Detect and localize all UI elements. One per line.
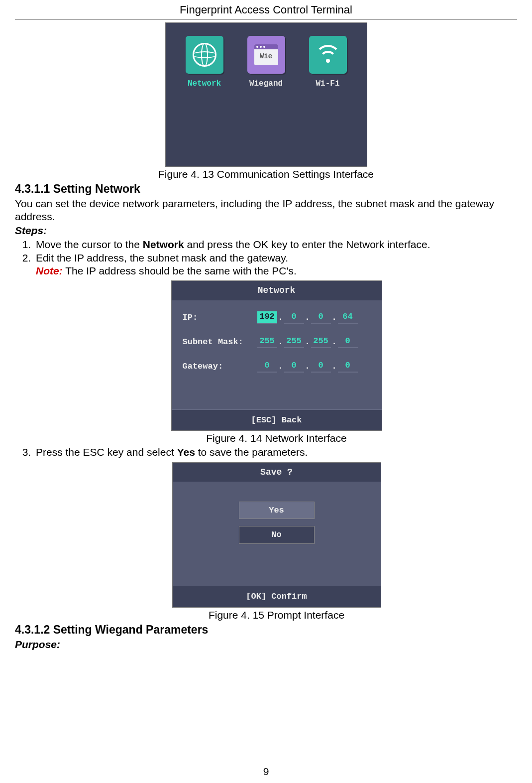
menu-label-network: Network [188, 79, 221, 89]
figure-caption-15: Figure 4. 15 Prompt Interface [36, 609, 517, 622]
menu-item-wiegand[interactable]: Wie Wiegand [243, 36, 290, 89]
steps-list: Move the cursor to the Network and press… [34, 238, 517, 622]
row-ip: IP: 192. 0. 0. 64 [183, 311, 371, 324]
mask-octet-3[interactable]: 255 [311, 336, 331, 348]
save-title: Save ? [173, 463, 381, 482]
wifi-icon [309, 36, 347, 74]
yes-button[interactable]: Yes [239, 502, 315, 519]
step-2: Edit the IP address, the subnet mask and… [34, 252, 517, 445]
intro-text: You can set the device network parameter… [15, 197, 517, 224]
ok-confirm[interactable]: [OK] Confirm [173, 586, 381, 607]
ip-octet-3[interactable]: 0 [311, 311, 331, 324]
gw-octet-4[interactable]: 0 [338, 360, 358, 373]
figure-comm-settings: Network Wie Wiegand Wi-Fi [165, 22, 367, 167]
steps-label: Steps: [15, 224, 517, 237]
gw-octet-3[interactable]: 0 [311, 360, 331, 373]
esc-back[interactable]: [ESC] Back [172, 409, 382, 430]
mask-octet-4[interactable]: 0 [338, 336, 358, 348]
menu-label-wiegand: Wiegand [249, 79, 283, 89]
note-label: Note: [36, 265, 63, 276]
menu-item-network[interactable]: Network [181, 36, 228, 89]
gw-octet-2[interactable]: 0 [284, 360, 304, 373]
heading-wiegand: 4.3.1.2 Setting Wiegand Parameters [15, 623, 517, 637]
gw-octet-1[interactable]: 0 [257, 360, 277, 373]
menu-item-wifi[interactable]: Wi-Fi [305, 36, 351, 89]
globe-icon [186, 36, 223, 74]
mask-octet-1[interactable]: 255 [257, 336, 277, 348]
wiegand-icon: Wie [247, 36, 285, 74]
purpose-label: Purpose: [15, 638, 517, 651]
step-3: Press the ESC key and select Yes to save… [34, 446, 517, 622]
network-title: Network [172, 281, 382, 300]
page-number: 9 [0, 765, 532, 778]
step-1: Move the cursor to the Network and press… [34, 238, 517, 251]
row-gateway: Gateway: 0. 0. 0. 0 [183, 360, 371, 373]
ip-octet-1[interactable]: 192 [257, 311, 277, 324]
mask-octet-2[interactable]: 255 [284, 336, 304, 348]
figure-caption-14: Figure 4. 14 Network Interface [36, 432, 517, 445]
page-header: Fingerprint Access Control Terminal [15, 0, 517, 19]
ip-octet-4[interactable]: 64 [338, 311, 358, 324]
figure-caption-13: Figure 4. 13 Communication Settings Inte… [15, 168, 517, 181]
figure-prompt-interface: Save ? Yes No [OK] Confirm [172, 462, 381, 608]
figure-network-interface: Network IP: 192. 0. 0. 64 Subnet Mask: 2… [171, 280, 382, 431]
heading-setting-network: 4.3.1.1 Setting Network [15, 182, 517, 196]
ip-octet-2[interactable]: 0 [284, 311, 304, 324]
row-mask: Subnet Mask: 255. 255. 255. 0 [183, 336, 371, 348]
menu-label-wifi: Wi-Fi [316, 79, 339, 89]
no-button[interactable]: No [239, 526, 315, 543]
